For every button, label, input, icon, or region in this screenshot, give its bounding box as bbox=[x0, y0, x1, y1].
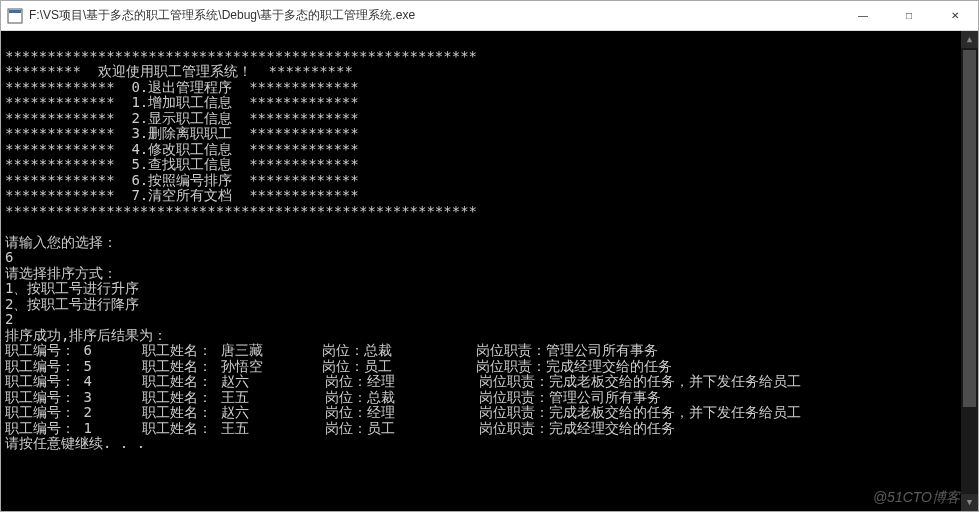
prompt-sort-mode: 请选择排序方式： bbox=[5, 265, 117, 281]
menu-header: ********* 欢迎使用职工管理系统！ ********** bbox=[5, 63, 353, 79]
press-any-key: 请按任意键继续. . . bbox=[5, 435, 145, 451]
svg-rect-1 bbox=[9, 10, 21, 13]
table-row: 职工编号： 3 职工姓名： 王五 岗位：总裁 岗位职责：管理公司所有事务 bbox=[5, 389, 661, 405]
vertical-scrollbar[interactable]: ▲ ▼ bbox=[961, 31, 978, 511]
table-row: 职工编号： 2 职工姓名： 赵六 岗位：经理 岗位职责：完成老板交给的任务，并下… bbox=[5, 404, 801, 420]
scroll-down-arrow-icon[interactable]: ▼ bbox=[961, 494, 978, 511]
menu-item-0: ************* 0.退出管理程序 ************* bbox=[5, 79, 359, 95]
scrollbar-track[interactable] bbox=[961, 48, 978, 494]
maximize-button[interactable]: □ bbox=[886, 1, 932, 30]
menu-item-5: ************* 5.查找职工信息 ************* bbox=[5, 156, 359, 172]
table-row: 职工编号： 5 职工姓名： 孙悟空 岗位：员工 岗位职责：完成经理交给的任务 bbox=[5, 358, 672, 374]
sort-option-asc: 1、按职工号进行升序 bbox=[5, 280, 139, 296]
menu-border-top: ****************************************… bbox=[5, 48, 477, 64]
menu-item-4: ************* 4.修改职工信息 ************* bbox=[5, 141, 359, 157]
minimize-button[interactable]: — bbox=[840, 1, 886, 30]
menu-item-3: ************* 3.删除离职职工 ************* bbox=[5, 125, 359, 141]
user-input-choice: 6 bbox=[5, 249, 13, 265]
sort-option-desc: 2、按职工号进行降序 bbox=[5, 296, 139, 312]
window-controls: — □ ✕ bbox=[840, 1, 978, 30]
prompt-choice: 请输入您的选择： bbox=[5, 234, 117, 250]
menu-item-1: ************* 1.增加职工信息 ************* bbox=[5, 94, 359, 110]
menu-item-7: ************* 7.清空所有文档 ************* bbox=[5, 187, 359, 203]
table-row: 职工编号： 1 职工姓名： 王五 岗位：员工 岗位职责：完成经理交给的任务 bbox=[5, 420, 675, 436]
titlebar: F:\VS项目\基于多态的职工管理系统\Debug\基于多态的职工管理系统.ex… bbox=[1, 1, 978, 31]
menu-border-bottom: ****************************************… bbox=[5, 203, 477, 219]
scrollbar-thumb[interactable] bbox=[963, 50, 976, 407]
user-input-sort: 2 bbox=[5, 311, 13, 327]
menu-item-2: ************* 2.显示职工信息 ************* bbox=[5, 110, 359, 126]
window-title: F:\VS项目\基于多态的职工管理系统\Debug\基于多态的职工管理系统.ex… bbox=[29, 7, 840, 24]
result-header: 排序成功,排序后结果为： bbox=[5, 327, 167, 343]
close-button[interactable]: ✕ bbox=[932, 1, 978, 30]
table-row: 职工编号： 4 职工姓名： 赵六 岗位：经理 岗位职责：完成老板交给的任务，并下… bbox=[5, 373, 801, 389]
table-row: 职工编号： 6 职工姓名： 唐三藏 岗位：总裁 岗位职责：管理公司所有事务 bbox=[5, 342, 658, 358]
console-output: ****************************************… bbox=[1, 31, 978, 511]
console-window: F:\VS项目\基于多态的职工管理系统\Debug\基于多态的职工管理系统.ex… bbox=[0, 0, 979, 512]
watermark-text: @51CTO博客 bbox=[873, 490, 960, 506]
scroll-up-arrow-icon[interactable]: ▲ bbox=[961, 31, 978, 48]
menu-item-6: ************* 6.按照编号排序 ************* bbox=[5, 172, 359, 188]
app-icon bbox=[7, 8, 23, 24]
